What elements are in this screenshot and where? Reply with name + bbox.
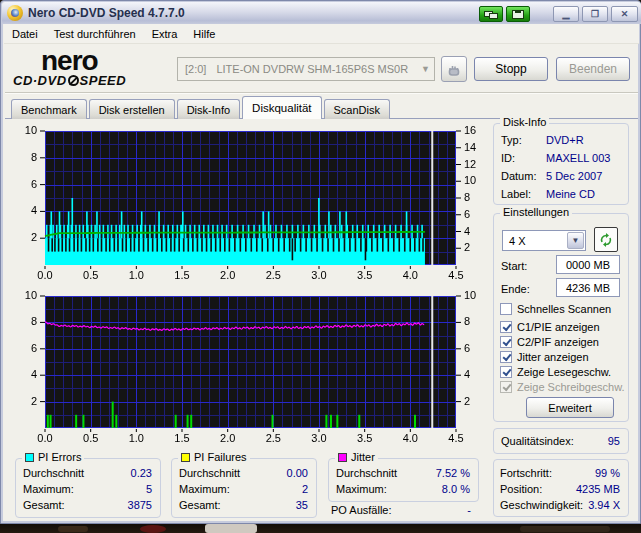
checkbox-label: Zeige Schreibgeschw.	[517, 381, 625, 393]
screen: Nero CD-DVD Speed 4.7.7.0 ▁ ❐ ✕ Datei Te…	[0, 0, 641, 533]
drive-name-label: LITE-ON DVDRW SHM-165P6S MS0R	[216, 63, 408, 75]
stat-label: Gesamt:	[23, 499, 65, 511]
pi-failures-group: PI Failures Durchschnitt0.00 Maximum:2 G…	[171, 458, 317, 518]
chevron-down-icon: ▼	[567, 232, 584, 249]
checkbox-icon	[500, 366, 512, 378]
jitter-swatch	[338, 453, 347, 462]
checkbox-lesegeschw[interactable]: Zeige Lesegeschw.	[500, 365, 611, 379]
checkbox-schnelles-scannen[interactable]: Schnelles Scannen	[500, 302, 611, 316]
stat-label: Durchschnitt	[336, 467, 397, 479]
stat-label: Gesamt:	[179, 499, 221, 511]
checkbox-icon	[500, 381, 512, 393]
stat-value: 35	[296, 499, 308, 511]
stat-value: 8.0 %	[442, 483, 470, 495]
desktop-blob	[58, 526, 88, 532]
jitter-chart	[9, 290, 481, 444]
pi-errors-title: PI Errors	[38, 451, 81, 463]
tabstrip: Benchmark Disk erstellen Disk-Info Diskq…	[11, 96, 392, 119]
stop-button[interactable]: Stopp	[474, 57, 548, 81]
checkbox-c1-pie[interactable]: C1/PIE anzeigen	[500, 320, 600, 334]
eject-hand-button[interactable]	[441, 56, 467, 82]
desktop-blob	[520, 526, 610, 532]
desktop-blob	[205, 524, 257, 533]
progress-label: Fortschritt:	[500, 467, 552, 479]
logo-speed-text: SPEED	[80, 73, 127, 88]
stat-label: Maximum:	[336, 483, 387, 495]
position-value: 4235 MB	[576, 483, 620, 495]
capture-button[interactable]	[479, 6, 503, 22]
checkbox-label: Zeige Lesegeschw.	[517, 366, 611, 378]
tab-disk-erstellen[interactable]: Disk erstellen	[89, 99, 175, 119]
desktop-blob	[140, 525, 166, 533]
pi-failures-swatch	[181, 453, 190, 462]
maximize-button[interactable]: ❐	[582, 6, 608, 22]
titlebar: Nero CD-DVD Speed 4.7.7.0 ▁ ❐ ✕	[2, 2, 641, 24]
quality-label: Qualitätsindex:	[501, 435, 574, 447]
disk-date-value: 5 Dec 2007	[546, 170, 602, 182]
disk-date-label: Datum:	[501, 170, 536, 182]
checkbox-icon	[500, 321, 512, 333]
nero-logo-subtitle: CD·DVD SPEED	[13, 73, 126, 88]
disk-info-title: Disk-Info	[500, 116, 549, 128]
speed-value: 4 X	[509, 235, 526, 247]
disk-id-value: MAXELL 003	[546, 152, 610, 164]
stat-value: 0.23	[131, 467, 152, 479]
pi-failures-title: PI Failures	[194, 451, 247, 463]
menu-datei[interactable]: Datei	[4, 26, 46, 42]
checkbox-label: Schnelles Scannen	[517, 303, 611, 315]
checkbox-icon	[500, 303, 512, 315]
app-icon	[7, 5, 23, 21]
start-label: Start:	[501, 260, 527, 272]
menu-extra[interactable]: Extra	[144, 26, 186, 42]
jitter-group: Jitter Durchschnitt7.52 % Maximum:8.0 %	[328, 458, 479, 502]
disk-type-label: Typ:	[501, 134, 522, 146]
settings-group: Einstellungen 4 X ▼ Start: Ende: Sc	[493, 213, 629, 422]
close-button[interactable]: ✕	[611, 6, 638, 22]
progress-value: 99 %	[595, 467, 620, 479]
position-label: Position:	[500, 483, 542, 495]
disk-label-value: Meine CD	[546, 188, 595, 200]
hand-icon	[445, 60, 463, 78]
po-failures-value: -	[467, 504, 471, 516]
tab-scandisk[interactable]: ScanDisk	[324, 99, 390, 119]
checkbox-c2-pif[interactable]: C2/PIF anzeigen	[500, 335, 599, 349]
po-failures-label: PO Ausfälle:	[331, 504, 392, 516]
menu-test-durchfuehren[interactable]: Test durchführen	[46, 26, 144, 42]
end-input[interactable]	[556, 278, 620, 297]
quality-value: 95	[608, 435, 620, 447]
app-window: Nero CD-DVD Speed 4.7.7.0 ▁ ❐ ✕ Datei Te…	[0, 0, 641, 524]
stat-label: Durchschnitt	[23, 467, 84, 479]
checkbox-schreibgeschw[interactable]: Zeige Schreibgeschw.	[500, 380, 625, 394]
drive-bus-label: [2:0]	[185, 63, 206, 75]
advanced-button[interactable]: Erweitert	[526, 397, 614, 418]
drive-select[interactable]: [2:0] LITE-ON DVDRW SHM-165P6S MS0R ▼	[177, 57, 435, 81]
minimize-button[interactable]: ▁	[553, 6, 579, 22]
stat-value: 3875	[128, 499, 152, 511]
disk-info-group: Disk-Info Typ:DVD+R ID:MAXELL 003 Datum:…	[493, 123, 629, 205]
quit-button[interactable]: Beenden	[556, 57, 630, 81]
disk-label-label: Label:	[501, 188, 531, 200]
tab-diskqualitaet[interactable]: Diskqualität	[242, 96, 321, 119]
pi-errors-chart	[9, 125, 481, 281]
tab-disk-info[interactable]: Disk-Info	[177, 99, 240, 119]
speed-select[interactable]: 4 X ▼	[502, 230, 586, 251]
refresh-button[interactable]	[594, 227, 618, 252]
disk-id-label: ID:	[501, 152, 515, 164]
stat-label: Maximum:	[179, 483, 230, 495]
stat-value: 5	[146, 483, 152, 495]
quality-group: Qualitätsindex:95	[493, 428, 629, 454]
menu-hilfe[interactable]: Hilfe	[185, 26, 223, 42]
stat-value: 0.00	[287, 467, 308, 479]
save-button[interactable]	[506, 6, 530, 22]
floppy-save-icon	[515, 10, 521, 13]
tab-benchmark[interactable]: Benchmark	[11, 99, 87, 119]
disk-type-value: DVD+R	[546, 134, 584, 146]
start-input[interactable]	[556, 255, 620, 274]
jitter-title: Jitter	[351, 451, 375, 463]
speed-label: Geschwindigkeit:	[500, 499, 583, 511]
checkbox-label: C2/PIF anzeigen	[517, 336, 599, 348]
stat-label: Maximum:	[23, 483, 74, 495]
end-label: Ende:	[501, 283, 530, 295]
stat-value: 7.52 %	[436, 467, 470, 479]
checkbox-jitter[interactable]: Jitter anzeigen	[500, 350, 589, 364]
